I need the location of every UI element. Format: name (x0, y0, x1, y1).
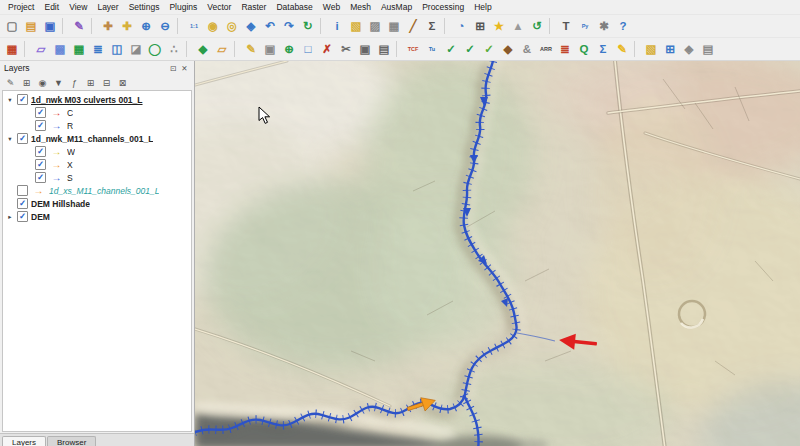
select-by-value-button[interactable]: ▧ (642, 40, 660, 58)
tuflow-check-mesh-button[interactable]: ✓ (480, 40, 498, 58)
style-manager-button[interactable]: ✎ (70, 17, 88, 35)
layer-visibility-checkbox[interactable]: ✓ (17, 198, 28, 209)
tuflow-tcf-button[interactable]: TCF (404, 40, 422, 58)
cut-features-button[interactable]: ✂ (337, 40, 355, 58)
layer-row[interactable]: ✓→S (3, 171, 191, 184)
filter-by-expression-button[interactable]: ƒ (68, 76, 81, 89)
menu-item-mesh[interactable]: Mesh (345, 1, 376, 13)
python-console-button[interactable]: Py (576, 17, 594, 35)
measure-line-button[interactable]: ╱ (404, 17, 422, 35)
menu-item-raster[interactable]: Raster (236, 1, 271, 13)
processing-toolbox-button[interactable]: ⊞ (661, 40, 679, 58)
remove-layer-button[interactable]: ⊠ (116, 76, 129, 89)
temporal-controller-button[interactable]: ◔ (452, 17, 470, 35)
zoom-in-button[interactable]: ⊕ (137, 17, 155, 35)
vertex-tool-button[interactable]: □ (299, 40, 317, 58)
new-geopackage-button[interactable]: ◆ (194, 40, 212, 58)
pencil-tool-button[interactable]: ✎ (613, 40, 631, 58)
sum-tool-button[interactable]: Σ (594, 40, 612, 58)
layer-visibility-checkbox[interactable]: ✓ (17, 133, 28, 144)
new-project-button[interactable]: ▢ (3, 17, 21, 35)
menu-item-layer[interactable]: Layer (92, 1, 123, 13)
pan-map-button[interactable]: ✚ (99, 17, 117, 35)
pan-to-selection-button[interactable]: ✚ (118, 17, 136, 35)
data-source-manager-button[interactable]: ▦ (3, 40, 21, 58)
refresh-map-button[interactable]: ↻ (299, 17, 317, 35)
layer-row[interactable]: ✓→C (3, 106, 191, 119)
menu-item-settings[interactable]: Settings (124, 1, 165, 13)
add-mesh-layer-button[interactable]: ▦ (70, 40, 88, 58)
ausmap-tool-button[interactable]: ◆ (499, 40, 517, 58)
collapse-all-button[interactable]: ⊟ (100, 76, 113, 89)
menu-item-plugins[interactable]: Plugins (164, 1, 202, 13)
annotation-button[interactable]: T (557, 17, 575, 35)
zoom-full-button[interactable]: ◉ (204, 17, 222, 35)
layer-visibility-checkbox[interactable]: ✓ (35, 172, 46, 183)
menu-item-project[interactable]: Project (3, 1, 39, 13)
layer-expander-icon[interactable]: ▾ (6, 96, 14, 104)
layer-row[interactable]: ▾✓1d_nwk_M11_channels_001_L (3, 132, 191, 145)
menu-item-view[interactable]: View (64, 1, 92, 13)
data-source-refresh-button[interactable]: ↺ (528, 17, 546, 35)
help-button[interactable]: ? (614, 17, 632, 35)
layer-row[interactable]: ✓→X (3, 158, 191, 171)
georeferencer-button[interactable]: ◈ (680, 40, 698, 58)
layer-visibility-checkbox[interactable]: ✓ (35, 159, 46, 170)
layer-visibility-checkbox[interactable]: ✓ (17, 94, 28, 105)
layer-row[interactable]: →1d_xs_M11_channels_001_L (3, 184, 191, 197)
abacus-tool-button[interactable]: ≣ (556, 40, 574, 58)
add-xyz-button[interactable]: ∴ (165, 40, 183, 58)
map-canvas[interactable] (195, 61, 800, 446)
new-shapefile-button[interactable]: ▱ (213, 40, 231, 58)
save-project-button[interactable]: ▣ (41, 17, 59, 35)
add-spatialite-button[interactable]: ◪ (127, 40, 145, 58)
zoom-last-button[interactable]: ↶ (261, 17, 279, 35)
tab-layers[interactable]: Layers (2, 436, 46, 446)
menu-item-ausmap[interactable]: AusMap (376, 1, 417, 13)
layer-row[interactable]: ▾✓1d_nwk M03 culverts 001_L (3, 93, 191, 106)
layer-visibility-checkbox[interactable]: ✓ (35, 120, 46, 131)
add-group-button[interactable]: ⊞ (20, 76, 33, 89)
zoom-out-button[interactable]: ⊖ (156, 17, 174, 35)
add-postgis-button[interactable]: ◫ (108, 40, 126, 58)
delete-selected-button[interactable]: ✗ (318, 40, 336, 58)
menu-item-web[interactable]: Web (318, 1, 345, 13)
layer-visibility-checkbox[interactable]: ✓ (35, 146, 46, 157)
options-button[interactable]: ✱ (595, 17, 613, 35)
new-map-view-button[interactable]: ⊞ (471, 17, 489, 35)
arr-tool-button[interactable]: ARR (537, 40, 555, 58)
zoom-next-button[interactable]: ↷ (280, 17, 298, 35)
zoom-native-button[interactable]: 1:1 (185, 17, 203, 35)
layer-visibility-checkbox[interactable] (17, 185, 28, 196)
qgis-quick-tool-button[interactable]: Q (575, 40, 593, 58)
layer-row[interactable]: ✓DEM Hillshade (3, 197, 191, 210)
tuflow-check-1d-button[interactable]: ✓ (442, 40, 460, 58)
panel-close-icon[interactable]: ✕ (179, 64, 190, 73)
attachment-button[interactable]: & (518, 40, 536, 58)
manage-map-themes-button[interactable]: ◉ (36, 76, 49, 89)
tab-browser[interactable]: Browser (47, 436, 96, 446)
open-attribute-table-button[interactable]: ▦ (385, 17, 403, 35)
zoom-to-selection-button[interactable]: ◎ (223, 17, 241, 35)
tuflow-utilities-button[interactable]: Tu (423, 40, 441, 58)
toggle-editing-button[interactable]: ✎ (242, 40, 260, 58)
layer-row[interactable]: ▸✓DEM (3, 210, 191, 223)
panel-dock-icon[interactable]: ⊡ (168, 64, 179, 73)
add-vector-layer-button[interactable]: ▱ (32, 40, 50, 58)
open-project-button[interactable]: ▤ (22, 17, 40, 35)
menu-item-edit[interactable]: Edit (39, 1, 64, 13)
add-wms-button[interactable]: ◯ (146, 40, 164, 58)
add-delimited-text-button[interactable]: ≣ (89, 40, 107, 58)
layer-visibility-checkbox[interactable]: ✓ (35, 107, 46, 118)
save-edits-button[interactable]: ▣ (261, 40, 279, 58)
menu-item-help[interactable]: Help (469, 1, 496, 13)
menu-item-processing[interactable]: Processing (417, 1, 469, 13)
layer-row[interactable]: ✓→W (3, 145, 191, 158)
tuflow-check-2d-button[interactable]: ✓ (461, 40, 479, 58)
layer-expander-icon[interactable]: ▸ (6, 213, 14, 221)
add-raster-layer-button[interactable]: ▩ (51, 40, 69, 58)
zoom-to-layer-button[interactable]: ◈ (242, 17, 260, 35)
new-bookmark-button[interactable]: ★ (490, 17, 508, 35)
menu-item-vector[interactable]: Vector (202, 1, 236, 13)
identify-features-button[interactable]: i (328, 17, 346, 35)
